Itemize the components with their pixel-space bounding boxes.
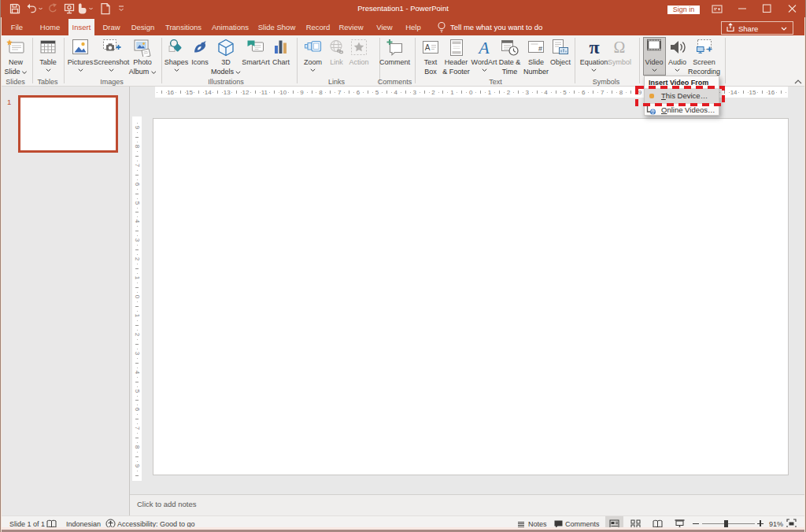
svg-text:Ω: Ω: [614, 39, 626, 56]
svg-text:A: A: [477, 38, 490, 57]
svg-text:#: #: [538, 45, 542, 53]
svg-text:π: π: [589, 38, 599, 57]
svg-text:A: A: [425, 43, 431, 52]
